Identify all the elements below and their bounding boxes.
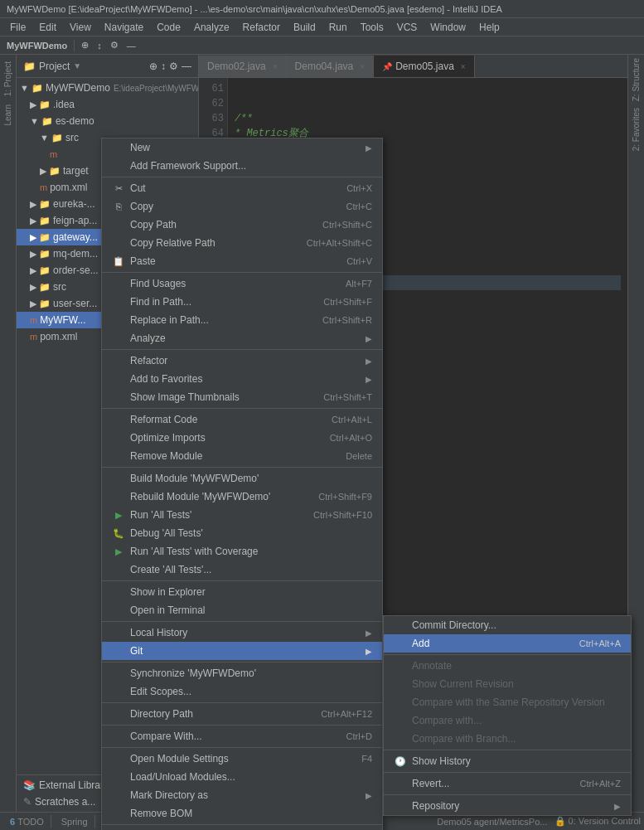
header-settings-icon[interactable]: ⚙: [169, 61, 178, 72]
ctx-show-explorer[interactable]: Show in Explorer: [102, 583, 382, 601]
ctx-run-coverage[interactable]: ▶ Run 'All Tests' with Coverage: [102, 542, 382, 561]
sidebar-project-tab[interactable]: 1: Project: [2, 58, 14, 100]
git-show-history[interactable]: 🕐 Show History: [384, 752, 631, 770]
menu-refactor[interactable]: Refactor: [236, 20, 287, 35]
code-javadoc-start: /**: [235, 113, 253, 124]
ctx-edit-scopes[interactable]: Edit Scopes...: [102, 682, 382, 701]
ctx-cut[interactable]: ✂ Cut Ctrl+X: [102, 179, 382, 197]
header-sync-icon[interactable]: ↕: [161, 61, 166, 72]
ctx-refactor[interactable]: Refactor ▶: [102, 352, 382, 370]
ctx-add-framework[interactable]: Add Framework Support...: [102, 157, 382, 175]
ctx-add-favorites-label: Add to Favorites: [130, 373, 202, 385]
menu-tools[interactable]: Tools: [354, 20, 390, 35]
ctx-replace-in-path[interactable]: Replace in Path... Ctrl+Shift+R: [102, 311, 382, 329]
tab-demo04[interactable]: Demo04.java ×: [287, 56, 375, 77]
ctx-directory-path[interactable]: Directory Path Ctrl+Alt+F12: [102, 705, 382, 723]
header-add-icon[interactable]: ⊕: [149, 61, 157, 72]
ctx-add-favorites[interactable]: Add to Favorites ▶: [102, 370, 382, 388]
ctx-find-in-path[interactable]: Find in Path... Ctrl+Shift+F: [102, 293, 382, 311]
ctx-paste[interactable]: 📋 Paste Ctrl+V: [102, 252, 382, 270]
ctx-sep-12: [102, 824, 382, 825]
ctx-copy-path[interactable]: Copy Path Ctrl+Shift+C: [102, 216, 382, 234]
ctx-debug-tests[interactable]: 🐛 Debug 'All Tests': [102, 524, 382, 542]
git-sep-3: [384, 772, 631, 773]
git-repository[interactable]: Repository ▶: [384, 797, 631, 815]
menu-navigate[interactable]: Navigate: [98, 20, 150, 35]
git-compare-branch: Compare with Branch...: [384, 730, 631, 748]
tree-src2-label: src: [53, 281, 66, 293]
menu-vcs[interactable]: VCS: [390, 20, 424, 35]
toolbar-settings-btn[interactable]: ⚙: [107, 39, 122, 51]
ctx-create-tests[interactable]: Create 'All Tests'...: [102, 561, 382, 579]
ctx-new[interactable]: New ▶: [102, 138, 382, 157]
sidebar-structure-tab[interactable]: Z: Structure: [630, 55, 642, 104]
ctx-module-settings[interactable]: Open Module Settings F4: [102, 750, 382, 768]
ctx-run-tests[interactable]: ▶ Run 'All Tests' Ctrl+Shift+F10: [102, 506, 382, 524]
menu-help[interactable]: Help: [472, 20, 506, 35]
ctx-load-unload[interactable]: Load/Unload Modules...: [102, 768, 382, 786]
menu-run[interactable]: Run: [322, 20, 354, 35]
ctx-synchronize[interactable]: Synchronize 'MyWFWDemo': [102, 664, 382, 682]
project-dropdown-icon[interactable]: ▼: [73, 61, 81, 70]
ctx-copy-path-shortcut: Ctrl+Shift+C: [322, 220, 372, 230]
ctx-diagrams[interactable]: Diagrams ▶: [102, 827, 382, 830]
menu-build[interactable]: Build: [287, 20, 322, 35]
git-repository-arrow: ▶: [614, 802, 621, 811]
git-add[interactable]: Add Ctrl+Alt+A: [384, 634, 631, 653]
ctx-open-terminal[interactable]: Open in Terminal: [102, 601, 382, 619]
ctx-rebuild-module[interactable]: Rebuild Module 'MyWFWDemo' Ctrl+Shift+F9: [102, 488, 382, 506]
git-revert[interactable]: Revert... Ctrl+Alt+Z: [384, 774, 631, 793]
ctx-mark-dir[interactable]: Mark Directory as ▶: [102, 786, 382, 804]
ctx-mark-dir-arrow: ▶: [366, 791, 372, 800]
toolbar-minimize-btn[interactable]: —: [123, 40, 139, 51]
tree-idea-label: .idea: [53, 99, 75, 110]
ctx-debug-tests-icon: 🐛: [112, 528, 125, 539]
expand-icon-gateway: ▶: [30, 232, 36, 243]
tree-esdemo[interactable]: ▼ 📁 es-demo: [17, 113, 198, 129]
tab-demo02[interactable]: Demo02.java ×: [199, 56, 287, 77]
tree-idea[interactable]: ▶ 📁 .idea: [17, 96, 198, 113]
ctx-copy[interactable]: ⎘ Copy Ctrl+C: [102, 197, 382, 216]
ctx-sep-4: [102, 408, 382, 409]
tab-demo04-close[interactable]: ×: [360, 62, 365, 71]
bottom-tab-spring[interactable]: Spring: [55, 815, 95, 828]
menu-code[interactable]: Code: [150, 20, 187, 35]
git-commit-dir[interactable]: Commit Directory...: [384, 616, 631, 634]
tab-demo02-close[interactable]: ×: [273, 62, 278, 71]
git-compare-repo: Compare with the Same Repository Version: [384, 693, 631, 711]
ctx-optimize-imports[interactable]: Optimize Imports Ctrl+Alt+O: [102, 429, 382, 447]
ctx-show-thumbnails[interactable]: Show Image Thumbnails Ctrl+Shift+T: [102, 388, 382, 406]
ctx-analyze-arrow: ▶: [366, 334, 372, 343]
header-close-icon[interactable]: —: [182, 61, 191, 72]
tree-root[interactable]: ▼ 📁 MyWFWDemo E:\ideaProject\MyWFWDemo: [17, 80, 198, 96]
tab-demo05-close[interactable]: ×: [461, 62, 466, 71]
ctx-build-module[interactable]: Build Module 'MyWFWDemo': [102, 469, 382, 488]
esdemo-folder-icon: 📁: [41, 116, 53, 127]
ctx-git[interactable]: Git ▶: [102, 642, 382, 660]
ctx-remove-bom[interactable]: Remove BOM: [102, 804, 382, 823]
ctx-run-coverage-label: Run 'All Tests' with Coverage: [130, 546, 258, 557]
ctx-refactor-label: Refactor: [130, 355, 167, 366]
bottom-tab-todo[interactable]: 6 TODO: [3, 815, 51, 828]
toolbar-add-btn[interactable]: ⊕: [78, 39, 92, 51]
menu-analyze[interactable]: Analyze: [187, 20, 236, 35]
sidebar-learn-tab[interactable]: Learn: [2, 101, 14, 129]
menu-file[interactable]: File: [3, 20, 32, 35]
ctx-reformat[interactable]: Reformat Code Ctrl+Alt+L: [102, 410, 382, 429]
ctx-analyze[interactable]: Analyze ▶: [102, 329, 382, 347]
ctx-local-history[interactable]: Local History ▶: [102, 624, 382, 642]
sidebar-favorites-tab[interactable]: 2: Favorites: [630, 104, 642, 154]
tab-demo05[interactable]: 📌 Demo05.java ×: [374, 56, 475, 77]
toolbar-sync-btn[interactable]: ↕: [94, 40, 105, 51]
ctx-module-settings-shortcut: F4: [361, 754, 372, 764]
menu-view[interactable]: View: [63, 20, 98, 35]
ctx-copy-relative[interactable]: Copy Relative Path Ctrl+Alt+Shift+C: [102, 234, 382, 252]
ctx-compare-with-label: Compare With...: [130, 730, 202, 742]
ctx-run-tests-icon: ▶: [112, 510, 125, 521]
ctx-find-usages[interactable]: Find Usages Alt+F7: [102, 274, 382, 293]
ctx-remove-module[interactable]: Remove Module Delete: [102, 447, 382, 465]
ctx-rebuild-module-shortcut: Ctrl+Shift+F9: [318, 492, 372, 502]
menu-window[interactable]: Window: [424, 20, 472, 35]
menu-edit[interactable]: Edit: [32, 20, 63, 35]
ctx-compare-with[interactable]: Compare With... Ctrl+D: [102, 727, 382, 745]
